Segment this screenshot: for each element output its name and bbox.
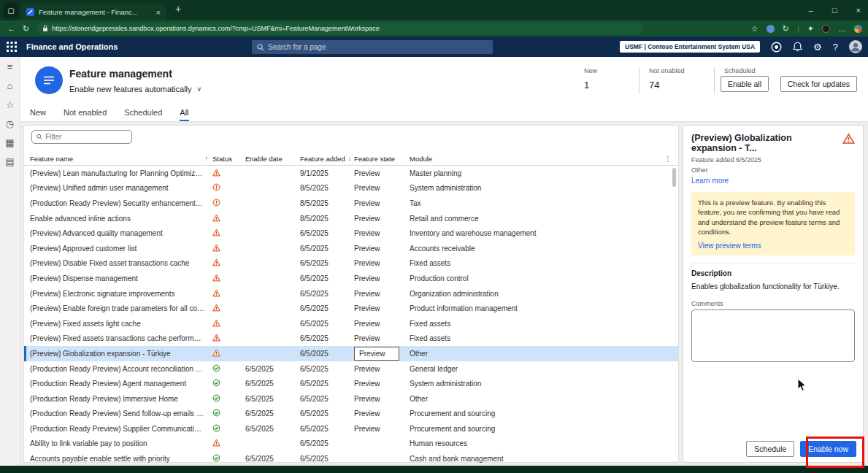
sort-descending-icon: ↓ <box>348 155 352 163</box>
pivot-tabs: NewNot enabledScheduledAll <box>20 106 868 122</box>
url-field[interactable]: https://stoneridgepresales.sandbox.opera… <box>37 23 642 34</box>
user-avatar[interactable] <box>849 40 862 53</box>
column-feature-name[interactable]: Feature name ↑ <box>30 155 212 163</box>
cell-feature-added: 6/5/2025 <box>300 229 354 237</box>
workspaces-icon[interactable]: ▦ <box>5 138 14 148</box>
tab-close-icon[interactable]: × <box>156 8 161 17</box>
table-row[interactable]: (Production Ready Preview) Immersive Hom… <box>24 391 678 407</box>
more-menu-icon[interactable]: … <box>838 24 846 33</box>
page-search-input[interactable]: Search for a page <box>252 40 493 54</box>
column-module[interactable]: Module <box>410 155 659 163</box>
refresh-icon[interactable]: ↻ <box>23 24 29 34</box>
workspaces-toggle-icon[interactable]: ▢ <box>4 3 18 18</box>
table-row[interactable]: (Preview) Approved customer list6/5/2025… <box>24 241 678 256</box>
settings-gear-icon[interactable]: ⚙ <box>813 42 822 53</box>
column-options-icon[interactable]: ⋮ <box>659 155 678 163</box>
extension-star-icon[interactable]: ✦ <box>807 24 814 34</box>
tab-not-enabled[interactable]: Not enabled <box>64 108 107 121</box>
focused-cell[interactable]: Preview <box>354 347 399 361</box>
table-row[interactable]: (Preview) Unified admin user management8… <box>24 181 678 196</box>
stat-value: 74 <box>649 80 704 91</box>
tab-scheduled[interactable]: Scheduled <box>124 108 162 121</box>
chevron-down-icon: ∨ <box>197 85 202 93</box>
check-circle-icon <box>212 394 220 402</box>
warning-triangle-icon <box>212 228 220 236</box>
extension-icon[interactable] <box>767 25 775 33</box>
tab-title: Feature management - Financ... <box>39 8 156 16</box>
cell-feature-added: 8/5/2025 <box>300 199 354 207</box>
tab-all[interactable]: All <box>180 108 188 121</box>
product-name[interactable]: Finance and Operations <box>26 42 118 51</box>
learn-more-link[interactable]: Learn more <box>691 177 855 185</box>
help-icon[interactable]: ? <box>833 42 838 53</box>
cell-feature-state: Preview <box>354 215 410 223</box>
table-row[interactable]: (Production Ready Preview) Account recon… <box>24 361 678 377</box>
table-row[interactable]: (Production Ready Preview) Agent managem… <box>24 376 678 391</box>
profile-shield-icon[interactable] <box>854 25 862 33</box>
column-feature-added[interactable]: Feature added ↓ <box>300 155 354 163</box>
company-picker-badge[interactable]: USMF | Contoso Entertainment System USA <box>620 41 760 53</box>
cell-feature-added: 8/5/2025 <box>300 184 354 192</box>
table-row[interactable]: Ability to link variable pay to position… <box>24 437 678 452</box>
browser-tab[interactable]: Feature management - Financ... × <box>20 4 166 20</box>
table-row[interactable]: (Preview) Electronic signature improveme… <box>24 286 678 301</box>
cell-feature-name: (Production Ready Preview) Supplier Comm… <box>30 425 212 433</box>
schedule-button[interactable]: Schedule <box>746 441 794 457</box>
cell-module: Master planning <box>410 169 659 177</box>
cell-feature-state: Preview <box>354 259 410 267</box>
copilot-icon[interactable] <box>771 42 782 53</box>
new-tab-button[interactable]: + <box>175 3 181 15</box>
cell-module: Product information management <box>410 304 659 312</box>
favorite-star-icon[interactable]: ☆ <box>751 24 758 34</box>
column-feature-state[interactable]: Feature state <box>354 155 410 163</box>
feature-detail-panel: (Preview) Globalization expansion - T...… <box>683 125 864 463</box>
waffle-menu-icon[interactable] <box>7 42 17 52</box>
auto-enable-dropdown[interactable]: Enable new features automatically ∨ <box>69 85 201 93</box>
recent-clock-icon[interactable]: ◷ <box>6 119 14 129</box>
browser-avatar-icon[interactable] <box>822 25 830 33</box>
cell-feature-added: 6/5/2025 <box>300 425 354 433</box>
modules-list-icon[interactable]: ▤ <box>5 157 14 167</box>
cell-feature-added: 6/5/2025 <box>300 395 354 403</box>
filter-input[interactable] <box>45 133 127 141</box>
column-enable-date[interactable]: Enable date <box>245 155 300 163</box>
vertical-scrollbar[interactable] <box>672 168 676 187</box>
table-row[interactable]: (Preview) Fixed assets light cache6/5/20… <box>24 316 678 331</box>
tab-new[interactable]: New <box>30 108 46 121</box>
window-maximize-icon[interactable]: □ <box>832 6 837 15</box>
column-status[interactable]: Status <box>212 155 245 163</box>
table-row[interactable]: (Preview) Dispense management6/5/2025Pre… <box>24 271 678 286</box>
cell-feature-state: Preview <box>354 320 410 328</box>
favorites-star-icon[interactable]: ☆ <box>6 100 15 110</box>
table-row[interactable]: (Production Ready Preview) Security enha… <box>24 196 678 211</box>
table-row[interactable]: Accounts payable enable settle with prio… <box>24 451 678 466</box>
hamburger-icon[interactable]: ≡ <box>7 62 13 72</box>
warning-triangle-icon <box>212 349 220 357</box>
check-for-updates-button[interactable]: Check for updates <box>780 76 857 92</box>
table-row[interactable]: (Preview) Advanced quality management6/5… <box>24 226 678 241</box>
back-icon[interactable]: ← <box>7 24 15 33</box>
cell-feature-name: (Preview) Unified admin user management <box>30 184 212 192</box>
table-row[interactable]: (Preview) Fixed assets transactions cach… <box>24 331 678 347</box>
collections-icon[interactable]: ↻ <box>783 24 789 34</box>
notifications-bell-icon[interactable] <box>793 42 802 52</box>
enable-all-button[interactable]: Enable all <box>721 76 769 92</box>
table-row[interactable]: (Preview) Disable Fixed asset transactio… <box>24 256 678 272</box>
cell-enable-date: 6/5/2025 <box>245 409 300 418</box>
comments-input[interactable] <box>691 309 855 362</box>
window-minimize-icon[interactable]: – <box>809 6 813 15</box>
table-row[interactable]: (Production Ready Preview) Supplier Comm… <box>24 421 678 437</box>
grid-filter[interactable] <box>31 130 132 144</box>
view-preview-terms-link[interactable]: View preview terms <box>698 242 848 250</box>
cell-status <box>212 289 245 299</box>
table-row[interactable]: (Preview) Lean manufacturing for Plannin… <box>24 166 678 181</box>
cell-feature-state: Preview <box>354 245 410 253</box>
table-row[interactable]: (Preview) Enable foreign trade parameter… <box>24 301 678 316</box>
table-row[interactable]: Enable advanced inline actions8/5/2025Pr… <box>24 211 678 226</box>
home-icon[interactable]: ⌂ <box>7 81 13 91</box>
window-close-icon[interactable]: × <box>856 6 861 15</box>
screen: ▢ Feature management - Financ... × + – □… <box>0 0 868 473</box>
table-row[interactable]: (Production Ready Preview) Send follow-u… <box>24 407 678 422</box>
cell-feature-name: (Preview) Enable foreign trade parameter… <box>30 304 212 312</box>
table-row[interactable]: (Preview) Globalization expansion - Türk… <box>24 346 678 361</box>
